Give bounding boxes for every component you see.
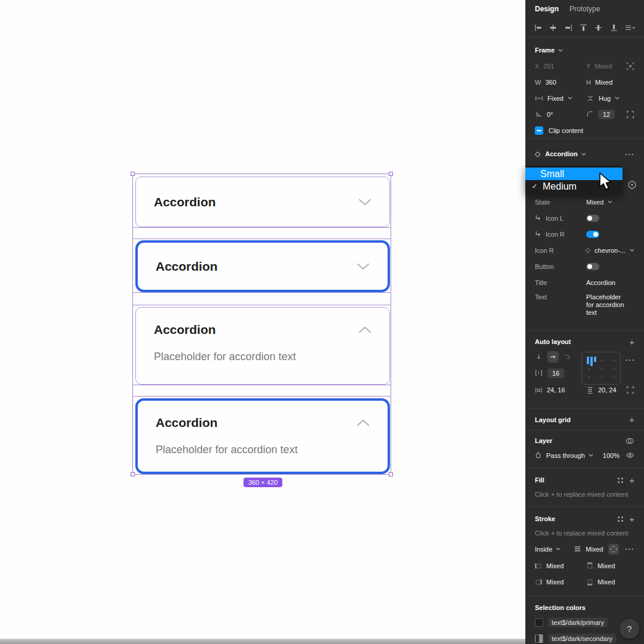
blend-mode-icon	[535, 451, 541, 459]
horizontal-padding-icon	[535, 386, 543, 394]
accordion-card-collapsed[interactable]: Accordion	[135, 177, 390, 227]
horizontal-scrollbar[interactable]	[0, 639, 525, 644]
selection-guide-line	[132, 227, 391, 228]
selection-handle-bottom-left[interactable]	[131, 472, 135, 476]
tab-prototype[interactable]: Prototype	[569, 5, 600, 13]
clip-content-checkbox[interactable]	[535, 126, 543, 135]
selection-size-badge: 360 × 420	[243, 478, 282, 487]
individual-strokes-icon[interactable]	[608, 544, 619, 555]
icon-r-toggle[interactable]	[586, 231, 599, 238]
stroke-styles-icon[interactable]	[618, 516, 623, 522]
accordion-title: Accordion	[156, 259, 218, 274]
accordion-title: Accordion	[154, 194, 216, 210]
vertical-sizing-value[interactable]: Hug	[599, 95, 611, 102]
stroke-weight-value[interactable]: Mixed	[586, 546, 603, 553]
constraints-icon[interactable]	[626, 62, 634, 70]
selection-handle-top-right[interactable]	[389, 172, 393, 176]
accordion-body-text: Placeholder for accordion text	[156, 442, 370, 457]
accordion-card-expanded[interactable]: Accordion Placeholder for accordion text	[135, 307, 390, 385]
state-value[interactable]: Mixed	[586, 199, 603, 206]
layout-horizontal-icon[interactable]	[547, 351, 559, 363]
align-right-icon[interactable]	[564, 23, 573, 32]
chevron-up-icon[interactable]	[357, 419, 370, 427]
independent-corners-icon[interactable]	[626, 110, 634, 119]
opacity-value[interactable]: 100%	[603, 452, 620, 459]
y-value[interactable]: Mixed	[595, 63, 612, 70]
chevron-down-icon[interactable]	[558, 49, 563, 52]
alignment-widget[interactable]	[581, 352, 621, 385]
fill-styles-icon[interactable]	[618, 478, 623, 483]
component-overflow-icon[interactable]: ···	[625, 150, 634, 158]
x-value[interactable]: 291	[543, 63, 554, 70]
layout-grid-add-icon[interactable]: +	[629, 415, 634, 424]
selection-handle-bottom-right[interactable]	[389, 472, 393, 476]
chevron-down-icon[interactable]	[358, 198, 371, 206]
height-value[interactable]: Mixed	[595, 79, 612, 86]
stroke-overflow-icon[interactable]: ···	[625, 545, 634, 553]
layout-vertical-icon[interactable]	[535, 353, 543, 361]
width-value[interactable]: 360	[545, 79, 556, 86]
stroke-left-value[interactable]: Mixed	[546, 562, 564, 569]
icon-l-toggle[interactable]	[586, 215, 599, 222]
stroke-bottom-value[interactable]: Mixed	[597, 578, 615, 586]
selection-color-name[interactable]: text$/dark/primary	[548, 618, 608, 627]
y-label: Y	[586, 63, 590, 70]
vertical-padding-icon	[586, 386, 594, 394]
blend-mode-value[interactable]: Pass through	[546, 452, 585, 459]
auto-layout-header: Auto layout	[535, 338, 571, 345]
stroke-top-value[interactable]: Mixed	[597, 562, 615, 569]
selection-guide-line	[132, 385, 391, 385]
component-name[interactable]: Accordion	[545, 150, 577, 157]
stroke-position-value[interactable]: Inside	[535, 546, 552, 553]
frame-section-header[interactable]: Frame	[535, 47, 555, 54]
selection-handle-top-left[interactable]	[131, 172, 135, 176]
align-top-icon[interactable]	[579, 23, 588, 32]
stroke-empty-text: Click + to replace mixed content	[535, 530, 628, 537]
accordion-card-expanded-selected[interactable]: Accordion Placeholder for accordion text	[135, 398, 390, 474]
tidy-up-icon[interactable]	[624, 23, 636, 32]
stroke-add-icon[interactable]: +	[629, 515, 634, 524]
stroke-right-value[interactable]: Mixed	[546, 578, 564, 586]
gap-value[interactable]: 16	[547, 369, 564, 378]
chevron-down-icon[interactable]	[581, 153, 586, 156]
fill-add-icon[interactable]: +	[629, 476, 634, 485]
auto-layout-add-icon[interactable]: +	[629, 338, 634, 346]
fill-empty-text: Click + to replace mixed content	[535, 491, 628, 498]
text-value[interactable]: Placeholder for accordion text	[586, 293, 628, 317]
corner-radius-value[interactable]: 12	[598, 110, 615, 119]
chevron-down-icon[interactable]	[630, 249, 634, 252]
stroke-weight-icon	[574, 546, 581, 552]
color-swatch[interactable]	[535, 634, 543, 643]
button-toggle[interactable]	[586, 263, 599, 270]
chevron-down-icon[interactable]	[357, 262, 370, 271]
vertical-padding-value[interactable]: 20, 24	[598, 386, 617, 394]
auto-layout-overflow-icon[interactable]: ···	[626, 356, 635, 364]
blend-circles-icon[interactable]	[625, 437, 634, 445]
design-canvas[interactable]: Accordion Accordion Accordion Placeholde…	[0, 0, 525, 644]
color-swatch[interactable]	[535, 618, 543, 627]
clip-content-label: Clip content	[549, 127, 583, 134]
horizontal-padding-value[interactable]: 24, 16	[547, 386, 565, 394]
rotation-value[interactable]: 0°	[547, 111, 553, 118]
selection-guide-line	[132, 396, 391, 397]
tab-design[interactable]: Design	[535, 5, 559, 13]
align-vertical-center-icon[interactable]	[594, 23, 603, 32]
layout-wrap-icon[interactable]	[564, 353, 571, 361]
chevron-up-icon[interactable]	[358, 326, 371, 334]
horizontal-sizing-value[interactable]: Fixed	[547, 95, 564, 102]
state-label: State	[535, 199, 550, 206]
align-bottom-icon[interactable]	[609, 23, 618, 32]
selection-color-name[interactable]: text$/dark/secondary	[548, 634, 616, 643]
accordion-title: Accordion	[154, 322, 216, 338]
component-config-icon[interactable]	[627, 180, 637, 192]
title-value[interactable]: Accordion	[586, 279, 615, 286]
help-button[interactable]: ?	[620, 619, 639, 639]
align-horizontal-center-icon[interactable]	[549, 23, 558, 32]
visibility-eye-icon[interactable]	[626, 451, 634, 459]
icon-r-select-value[interactable]: chevron-...	[595, 247, 626, 254]
accordion-card-collapsed-selected[interactable]: Accordion	[135, 240, 390, 292]
title-label: Title	[535, 279, 547, 286]
instance-diamond-icon: ◇	[586, 246, 590, 254]
independent-padding-icon[interactable]	[626, 386, 634, 394]
align-left-icon[interactable]	[534, 23, 543, 32]
